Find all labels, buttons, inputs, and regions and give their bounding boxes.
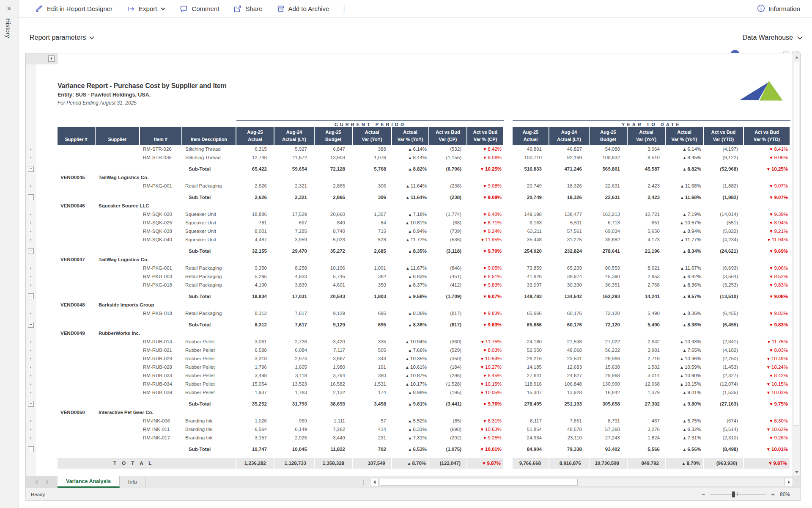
scroll-right-button[interactable] — [785, 478, 793, 486]
value-cell: 24,934 — [513, 433, 549, 442]
edit-in-report-designer-button[interactable]: Edit in Report Designer — [36, 5, 112, 13]
value-cell: ▼11.75% — [744, 337, 790, 346]
value-cell: 18,834 — [236, 292, 274, 301]
value-cell: 12,748 — [236, 153, 274, 162]
value-cell: ▲8.36% — [392, 309, 429, 318]
subtotal-row: Sub-Total10,74710,04511,822702▲6.53%(1,0… — [58, 445, 793, 453]
value-cell: 60,176 — [549, 320, 590, 329]
value-cell: ▼10.01% — [744, 445, 790, 454]
value-cell: 16,842 — [590, 388, 628, 397]
value-cell: 79,338 — [549, 445, 590, 454]
scroll-down-button[interactable] — [793, 468, 800, 476]
column-header: ActualVar (YoY) — [628, 127, 666, 145]
data-warehouse-selector[interactable]: Data Warehouse — [743, 34, 803, 41]
value-cell: ▲7.19% — [666, 210, 704, 219]
value-cell: 15,307 — [513, 388, 549, 397]
value-cell: ▲8.44% — [392, 153, 429, 162]
zoom-slider[interactable] — [710, 491, 766, 498]
information-button[interactable]: Information — [757, 4, 800, 14]
tab-variance-analysis[interactable]: Variance Analysis — [58, 476, 120, 488]
value-cell: 3,449 — [315, 433, 353, 442]
collapse-group-button[interactable]: − — [28, 293, 34, 299]
supplier-name-cell: Barkside Imports Group — [96, 301, 236, 309]
collapse-group-button[interactable]: − — [28, 322, 34, 328]
outline-dot — [30, 268, 31, 269]
tab-info[interactable]: Info — [120, 476, 146, 488]
scroll-left-button[interactable] — [370, 478, 379, 486]
value-cell: 3,157 — [236, 433, 274, 442]
comment-button[interactable]: Comment — [180, 5, 219, 13]
value-cell: 231 — [353, 433, 392, 442]
report-parameters-toggle[interactable]: Report parameters — [30, 34, 94, 41]
zoom-in-button[interactable]: + — [771, 491, 775, 497]
horizontal-scrollbar[interactable] — [379, 478, 784, 486]
history-label[interactable]: History — [5, 18, 12, 38]
collapse-group-button[interactable]: − — [28, 194, 34, 200]
sidebar-expand-icon[interactable]: » — [0, 4, 18, 11]
value-cell: ▲10.59% — [666, 363, 704, 372]
toolbar: Edit in Report Designer Export Comment S… — [19, 0, 812, 18]
item-number-cell: RM-SQK-020 — [140, 210, 182, 219]
item-row: RM-INK-017Branding Ink3,1572,9263,449231… — [58, 433, 793, 442]
value-cell: 5,490 — [628, 309, 666, 318]
value-cell: ▲6.14% — [392, 145, 429, 154]
value-cell: 232,824 — [549, 247, 590, 256]
value-cell: 1,111 — [315, 417, 353, 425]
vertical-scrollbar[interactable] — [793, 53, 800, 476]
value-cell: 20,543 — [315, 292, 353, 301]
value-cell: 38,693 — [315, 400, 353, 409]
zoom-out-button[interactable]: − — [701, 491, 705, 497]
value-cell: 1,605 — [274, 363, 315, 372]
scroll-up-button[interactable] — [793, 53, 800, 61]
collapse-group-button[interactable]: − — [28, 166, 34, 172]
value-cell: 52,050 — [513, 346, 549, 355]
status-bar: Ready − + 90% — [25, 488, 801, 501]
column-header: Act vs BudVar % (CP) — [467, 127, 504, 145]
value-cell: 9,350 — [236, 264, 274, 273]
info-icon — [757, 4, 765, 14]
value-cell: 849,792 — [628, 458, 666, 469]
value-cell: ▲10.35% — [392, 354, 429, 363]
previous-sheet-icon[interactable] — [35, 480, 39, 484]
share-button[interactable]: Share — [233, 5, 262, 13]
value-cell: 54,088 — [590, 145, 628, 154]
tab-scroll-splitter-handle[interactable] — [363, 479, 365, 485]
expand-all-button[interactable]: + — [48, 55, 55, 62]
zoom-slider-thumb[interactable] — [732, 491, 735, 497]
export-button[interactable]: Export — [127, 5, 165, 13]
collapse-group-button[interactable]: − — [28, 401, 34, 407]
next-sheet-icon[interactable] — [44, 480, 48, 484]
value-cell: 14,185 — [513, 363, 549, 372]
value-cell: ▼10.54% — [467, 354, 504, 363]
value-cell: 163,213 — [590, 210, 628, 219]
vertical-scroll-thumb[interactable] — [794, 62, 799, 426]
value-cell: 6,564 — [236, 425, 274, 434]
value-cell: 33,097 — [513, 281, 549, 290]
value-cell: (1,535) — [704, 388, 744, 397]
collapse-group-button[interactable]: − — [28, 446, 34, 452]
horizontal-scroll-thumb[interactable] — [380, 479, 578, 486]
item-row: RM-PKG-001Retail Packaging9,3508,25810,1… — [58, 264, 793, 272]
column-header: Act vs BudVar % (YTD) — [744, 127, 790, 145]
value-cell: 92,199 — [549, 153, 590, 162]
value-cell: 2,642 — [628, 337, 666, 346]
item-row: RM-RUB-023Rubber Pellet3,3182,9743,66734… — [58, 354, 793, 363]
item-row: RM-SQK-038Squeaker Unit8,0017,2858,74071… — [58, 227, 793, 235]
add-to-archive-button[interactable]: Add to Archive — [277, 5, 329, 13]
value-cell: 2,926 — [274, 433, 315, 442]
vendor-row: VEND0045TailWag Logistics Co. — [58, 173, 793, 182]
value-cell: 93,402 — [590, 445, 628, 454]
value-cell: ▼9.83% — [744, 309, 790, 318]
more-options-icon[interactable]: ⋮ — [341, 5, 348, 13]
value-cell: 8,312 — [236, 320, 274, 329]
zoom-level[interactable]: 90% — [780, 491, 790, 497]
subtotal-label-cell: Sub-Total — [182, 247, 236, 256]
value-cell: ▲10.90% — [666, 371, 704, 380]
value-cell: 278,495 — [513, 400, 549, 409]
collapse-group-button[interactable]: − — [28, 248, 34, 254]
history-sidebar: » History — [0, 0, 19, 508]
value-cell: ▲6.14% — [666, 145, 704, 154]
value-cell: ▲5.52% — [392, 417, 429, 425]
value-cell: ▼9.75% — [744, 400, 790, 409]
value-cell: (412) — [429, 281, 467, 290]
